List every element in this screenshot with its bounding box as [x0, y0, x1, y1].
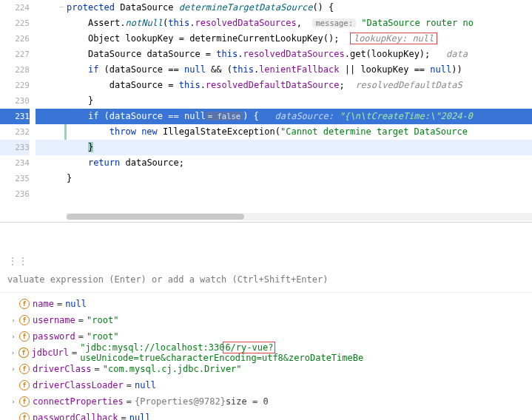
- field-icon: f: [19, 364, 30, 374]
- expand-icon[interactable]: ›: [7, 333, 19, 340]
- code-line: dataSource = this.resolvedDefaultDataSou…: [36, 78, 532, 93]
- field-icon: f: [18, 348, 28, 358]
- line-number-gutter: 224225226227228229230231232233234235236: [0, 0, 36, 202]
- code-line: return dataSource;: [36, 155, 532, 171]
- code-line: protected DataSource determineTargetData…: [36, 0, 532, 16]
- field-icon: f: [19, 299, 30, 309]
- field-icon: f: [19, 413, 30, 420]
- drag-handle-icon[interactable]: ⋮⋮: [0, 252, 532, 270]
- code-line: DataSource dataSource = this.resolvedDat…: [36, 47, 532, 62]
- variables-tree[interactable]: fname=null ›fusername="root" ›fpassword=…: [0, 293, 532, 420]
- watch-expression-input[interactable]: valuate expression (Enter) or add a watc…: [0, 270, 532, 293]
- code-line-breakpoint: if (dataSource == null= false) { dataSou…: [36, 109, 532, 124]
- highlighted-segment: 6/ry-vue?: [223, 342, 275, 353]
- expand-icon[interactable]: ›: [7, 316, 19, 324]
- variable-row[interactable]: ›fjdbcUrl="jdbc:mysql://localhost:3306/r…: [0, 345, 532, 361]
- code-line: throw new IllegalStateException("Cannot …: [64, 124, 532, 140]
- variable-row[interactable]: ›fconnectProperties={Properties@9782} si…: [0, 393, 532, 410]
- variable-row[interactable]: ›fusername="root": [0, 312, 532, 328]
- debug-panel: ⋮⋮ valuate expression (Enter) or add a w…: [0, 223, 532, 420]
- field-icon: f: [19, 315, 30, 325]
- code-line-exec-point: }: [36, 140, 532, 155]
- horizontal-scrollbar[interactable]: [67, 213, 532, 220]
- code-line: if (dataSource == null && (this.lenientF…: [36, 62, 532, 78]
- code-line: Object lookupKey = determineCurrentLooku…: [36, 31, 532, 47]
- variable-row[interactable]: fpasswordCallback=null: [0, 410, 532, 420]
- code-editor[interactable]: 224225226227228229230231232233234235236 …: [0, 0, 532, 220]
- variable-row[interactable]: fname=null: [0, 296, 532, 312]
- scrollbar-thumb[interactable]: [67, 214, 244, 220]
- variable-row[interactable]: fdriverClassLoader=null: [0, 377, 532, 393]
- expand-icon[interactable]: ›: [7, 398, 19, 405]
- code-line: }: [36, 93, 532, 109]
- code-line: }: [36, 171, 532, 186]
- field-icon: f: [19, 331, 30, 342]
- inline-value-hint: lookupKey: null: [350, 33, 437, 44]
- field-icon: f: [19, 380, 30, 390]
- expand-icon[interactable]: ›: [7, 349, 18, 356]
- field-icon: f: [19, 396, 30, 407]
- variable-row[interactable]: ›fdriverClass="com.mysql.cj.jdbc.Driver": [0, 361, 532, 377]
- expand-icon[interactable]: ›: [7, 365, 19, 373]
- code-line: Assert.notNull(this.resolvedDataSources,…: [36, 16, 532, 31]
- code-area[interactable]: protected DataSource determineTargetData…: [36, 0, 532, 202]
- code-line: [36, 186, 532, 202]
